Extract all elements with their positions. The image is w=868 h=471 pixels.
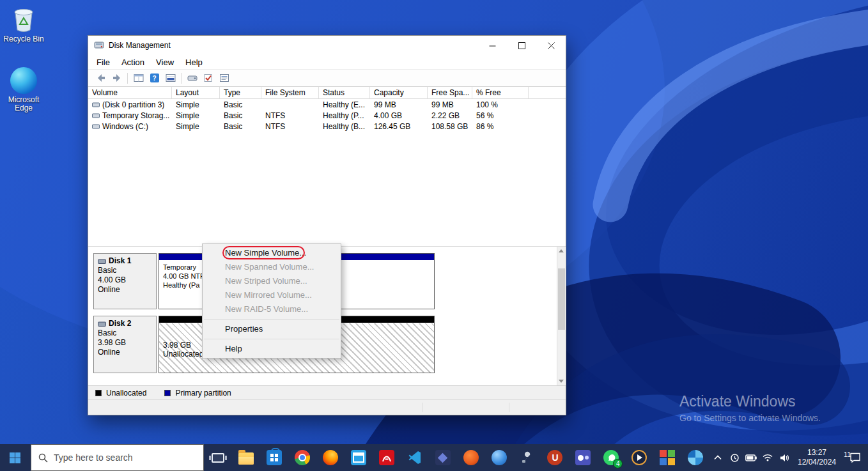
mail-icon (351, 450, 366, 465)
battery-icon[interactable] (743, 444, 759, 471)
disk-action-button[interactable] (184, 71, 200, 85)
windows-logo-icon (10, 452, 20, 463)
col-layout[interactable]: Layout (172, 87, 220, 98)
col-status[interactable]: Status (319, 87, 370, 98)
search-input[interactable] (54, 452, 191, 463)
disk-icon (98, 321, 106, 327)
table-row[interactable]: Temporary Storag... Simple Basic NTFS He… (88, 110, 566, 121)
minimize-button[interactable] (477, 36, 507, 55)
tray-chevron-button[interactable] (709, 444, 726, 471)
table-header: Volume Layout Type File System Status Ca… (88, 87, 566, 99)
menu-file[interactable]: File (91, 55, 116, 69)
acrobat-button[interactable] (373, 444, 401, 471)
check-disk-button[interactable] (200, 71, 216, 85)
disk-icon (98, 258, 106, 265)
show-table-button[interactable] (130, 71, 146, 85)
task-view-button[interactable] (204, 444, 232, 471)
apps-grid-icon (660, 450, 675, 465)
scroll-down-arrow[interactable] (557, 377, 565, 385)
unallocated-swatch (95, 390, 102, 396)
properties-button[interactable] (216, 71, 232, 85)
legend-unallocated: Unallocated (95, 389, 146, 398)
volume-list-pane: Volume Layout Type File System Status Ca… (88, 87, 566, 246)
menu-item-help[interactable]: Help (203, 342, 341, 356)
cell-layout: Simple (172, 100, 220, 109)
back-button[interactable] (93, 71, 109, 85)
disk1-header[interactable]: Disk 1 Basic 4.00 GB Online (93, 253, 157, 309)
media-player-button[interactable] (625, 444, 653, 471)
primary-partition-swatch (164, 390, 171, 396)
app-sphere-button[interactable] (485, 444, 513, 471)
menu-view[interactable]: View (150, 55, 180, 69)
status-bar (88, 399, 566, 415)
cell-type: Basic (220, 122, 261, 131)
app-ring-button[interactable] (457, 444, 485, 471)
mail-button[interactable] (345, 444, 373, 471)
desktop-icon-microsoft-edge[interactable]: Microsoft Edge (0, 65, 47, 112)
vscode-button[interactable] (401, 444, 429, 471)
photos-button[interactable] (681, 444, 709, 471)
media-play-icon (632, 450, 647, 465)
col-file-system[interactable]: File System (261, 87, 319, 98)
firefox-button[interactable] (316, 444, 345, 471)
table-row[interactable]: (Disk 0 partition 3) Simple Basic Health… (88, 99, 566, 110)
maximize-button[interactable] (507, 36, 536, 55)
taskbar: U 4 (0, 444, 868, 471)
volume-icon[interactable] (776, 444, 793, 471)
scroll-up-arrow[interactable] (557, 247, 565, 255)
help-button[interactable]: ? (146, 71, 162, 85)
whatsapp-button[interactable]: 4 (597, 444, 625, 471)
col-free-space[interactable]: Free Spa... (428, 87, 472, 98)
app-sphere-icon (492, 450, 507, 465)
titlebar[interactable]: Disk Management (88, 36, 566, 55)
menu-item-properties[interactable]: Properties (203, 322, 341, 336)
cell-status: Healthy (B... (319, 122, 370, 131)
task-view-icon (212, 453, 224, 463)
context-menu: New Simple Volume... New Spanned Volume.… (202, 243, 341, 359)
cell-volume: (Disk 0 partition 3) (102, 100, 164, 109)
desktop-icon-recycle-bin[interactable]: Recycle Bin (0, 4, 47, 43)
cell-file-system: NTFS (261, 111, 319, 120)
taskbar-clock[interactable]: 13:27 12/04/2024 (793, 448, 841, 467)
forward-button[interactable] (109, 71, 125, 85)
apps-grid-button[interactable] (653, 444, 681, 471)
u-app-button[interactable]: U (541, 444, 570, 471)
col-capacity[interactable]: Capacity (370, 87, 428, 98)
cell-free-space: 2.22 GB (428, 111, 472, 120)
col-pct-free[interactable]: % Free (472, 87, 529, 98)
u-app-icon: U (547, 450, 562, 465)
cell-type: Basic (220, 100, 261, 109)
tray-update-icon[interactable] (726, 444, 743, 471)
toolbar: ? (88, 70, 566, 87)
network-icon[interactable] (759, 444, 776, 471)
notification-center-button[interactable]: 11 (841, 452, 868, 463)
table-row[interactable]: Windows (C:) Simple Basic NTFS Healthy (… (88, 121, 566, 132)
teams-button[interactable] (569, 444, 597, 471)
cell-free-space: 99 MB (428, 100, 472, 109)
menu-help[interactable]: Help (180, 55, 208, 69)
disk2-header[interactable]: Disk 2 Basic 3.98 GB Online (93, 316, 157, 373)
menu-item-new-simple-volume[interactable]: New Simple Volume... (203, 246, 341, 260)
file-explorer-button[interactable] (232, 444, 260, 471)
toolbar-separator (181, 73, 182, 84)
show-graphical-view-button[interactable] (162, 71, 178, 85)
clock-time: 13:27 (793, 448, 841, 458)
scrollbar-thumb[interactable] (558, 268, 565, 330)
vertical-scrollbar[interactable] (557, 247, 565, 385)
app-cube-icon (435, 450, 451, 465)
microsoft-store-button[interactable] (260, 444, 288, 471)
disk-size: 3.98 GB (98, 338, 156, 348)
close-button[interactable] (536, 36, 566, 55)
disk-size: 4.00 GB (98, 275, 156, 285)
taskbar-search[interactable] (31, 444, 205, 471)
start-button[interactable] (0, 444, 31, 471)
col-type[interactable]: Type (220, 87, 261, 98)
chrome-button[interactable] (288, 444, 316, 471)
app-cube-button[interactable] (429, 444, 457, 471)
tools-button[interactable] (513, 444, 541, 471)
cell-volume: Windows (C:) (102, 122, 148, 131)
col-volume[interactable]: Volume (88, 87, 172, 98)
menu-action[interactable]: Action (116, 55, 150, 69)
app-ring-icon (463, 450, 479, 465)
toolbar-separator (127, 73, 128, 84)
